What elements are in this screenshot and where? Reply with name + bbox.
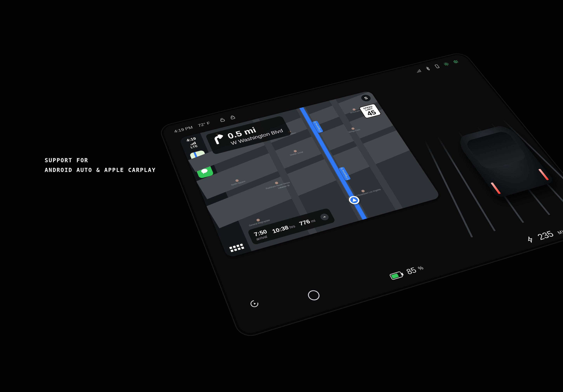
- lock-icon[interactable]: [229, 114, 236, 120]
- map-poi: PodShare Hostel Venice: [264, 179, 290, 190]
- svg-point-3: [445, 63, 448, 65]
- marketing-line-2: ANDROID AUTO & APPLE CARPLAY: [45, 165, 156, 175]
- eta-distance-unit: mi: [310, 219, 316, 223]
- unlock-icon[interactable]: [218, 117, 226, 123]
- map-cross-street: Lebanon St: [278, 184, 290, 189]
- battery-percent: 85: [405, 266, 418, 276]
- range-unit: MI: [556, 229, 563, 235]
- eta-arrival-label: arrival: [256, 234, 270, 241]
- map-poi: Nissan of Downtown Los Angeles: [346, 185, 381, 199]
- marketing-copy: SUPPORT FOR ANDROID AUTO & APPLE CARPLAY: [45, 155, 156, 175]
- app-spotify[interactable]: [201, 179, 220, 194]
- outside-temperature: 72° F: [197, 121, 211, 128]
- eta-distance: 776: [298, 218, 311, 227]
- phone-icon[interactable]: [433, 64, 441, 69]
- svg-point-5: [250, 300, 259, 308]
- bluetooth-icon[interactable]: [424, 66, 432, 71]
- infotainment-display: 4:19 PM 72° F 4:19 LTE: [158, 51, 563, 340]
- svg-rect-2: [435, 65, 439, 68]
- battery-status[interactable]: 85 %: [388, 264, 425, 281]
- battery-percent-unit: %: [417, 265, 424, 272]
- range-status[interactable]: 235 MI: [524, 226, 563, 245]
- brightness-icon[interactable]: [442, 62, 450, 67]
- current-location-icon: [347, 195, 361, 205]
- vehicle-home-button[interactable]: [306, 289, 321, 302]
- eta-card[interactable]: 7:50 arrival 10:38 hrs 776 mi: [247, 208, 336, 245]
- marketing-line-1: SUPPORT FOR: [45, 155, 156, 165]
- vehicle-clock: 4:19 PM: [174, 125, 193, 134]
- vehicle-render: [454, 124, 555, 198]
- expand-eta-button[interactable]: [319, 213, 330, 221]
- carplay-home-grid-button[interactable]: [229, 244, 244, 252]
- headlights-icon[interactable]: [451, 59, 460, 64]
- eta-arrival-time: 7:50: [253, 228, 268, 237]
- battery-icon: [389, 271, 403, 280]
- map-poi: General Magnaplate: [247, 216, 270, 227]
- cellular-icon: [414, 68, 423, 73]
- eta-duration: 10:38: [271, 224, 290, 235]
- bolt-icon: [524, 235, 537, 245]
- range-value: 235: [535, 229, 556, 242]
- turn-right-icon: [211, 134, 226, 145]
- svg-point-4: [206, 182, 216, 190]
- map-poi: Apollo Apparel: [229, 178, 246, 186]
- eta-duration-unit: hrs: [289, 224, 296, 229]
- carplay-toggle-button[interactable]: [247, 297, 262, 310]
